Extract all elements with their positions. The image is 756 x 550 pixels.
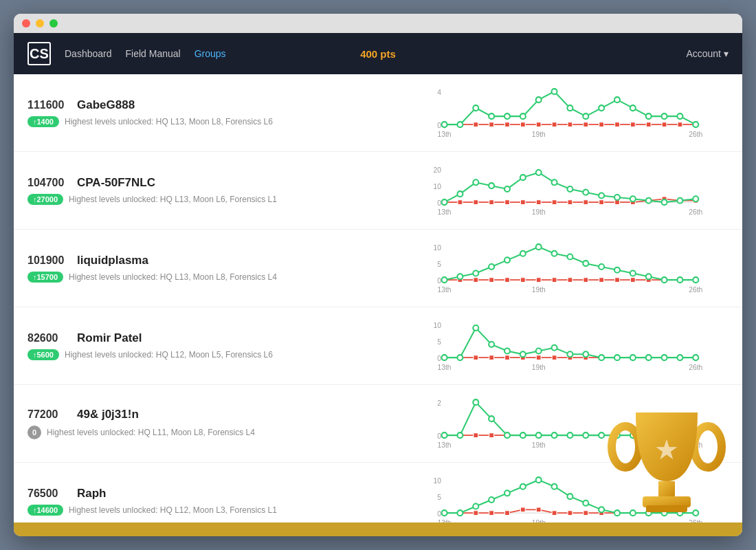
table-row: 77200 49& j0j31!n 0 Highest levels unloc… [14,385,742,463]
svg-point-78 [662,199,667,205]
nav-links: Dashboard Field Manual Groups [65,48,226,59]
svg-point-108 [489,264,494,270]
nav-field-manual[interactable]: Field Manual [126,48,181,59]
score: 76500 [27,487,69,500]
svg-point-106 [457,274,463,279]
svg-rect-135 [536,355,541,360]
svg-point-74 [599,193,604,199]
svg-point-242 [677,510,682,516]
svg-point-119 [662,277,667,283]
row-info: 104700 CPA-50F7NLC ↑27000 Highest levels… [27,176,385,205]
svg-point-23 [442,122,447,127]
levels: Highest levels unlocked: HQ L13, Moon L6… [69,195,277,204]
svg-point-190 [504,432,510,438]
username: liquidplasma [77,254,148,267]
nav-dashboard[interactable]: Dashboard [65,48,112,59]
svg-rect-14 [568,122,572,127]
app-window: CS Dashboard Field Manual Groups 400 pts… [14,14,742,536]
svg-point-155 [583,351,588,357]
svg-point-197 [614,432,620,438]
svg-rect-21 [678,122,682,127]
svg-text:4: 4 [437,89,441,96]
svg-point-193 [552,432,557,438]
svg-point-69 [520,175,526,180]
username: Raph [77,487,107,500]
sparkline-chart: 0413th19th26th [396,85,729,140]
badge: ↑5600 [27,349,59,360]
svg-rect-17 [615,122,620,127]
svg-rect-213 [489,511,494,516]
svg-point-36 [646,113,652,119]
svg-rect-49 [474,200,478,205]
svg-point-232 [520,484,526,490]
svg-rect-55 [568,200,572,205]
svg-point-73 [583,190,588,195]
svg-point-80 [693,196,698,201]
close-dot[interactable] [22,19,30,28]
table-row: 76500 Raph ↑14600 Highest levels unlocke… [14,463,742,522]
svg-point-234 [552,484,557,490]
svg-rect-50 [489,200,494,205]
svg-point-115 [599,264,604,270]
svg-point-240 [646,510,652,516]
svg-rect-133 [505,355,510,360]
row-info: 101900 liquidplasma ↑15700 Highest level… [27,254,385,283]
svg-point-158 [630,355,636,360]
svg-point-153 [552,345,557,351]
svg-text:10: 10 [434,244,442,252]
svg-point-148 [473,325,478,331]
score: 111600 [27,99,69,111]
svg-point-79 [677,198,682,204]
svg-point-76 [630,196,636,201]
table-row: 101900 liquidplasma ↑15700 Highest level… [14,230,742,307]
svg-rect-214 [505,511,510,516]
badge-levels: ↑1400 Highest levels unlocked: HQ L13, M… [27,116,385,127]
svg-text:13th: 13th [438,208,452,216]
table-row: 111600 GabeG888 ↑1400 Highest levels unl… [14,74,742,152]
svg-text:26th: 26th [689,364,702,371]
score-name: 111600 GabeG888 [27,98,385,112]
chevron-down-icon: ▾ [724,48,729,59]
sparkline-chart: 0213th19th26th [396,396,729,451]
svg-point-35 [630,105,636,111]
svg-rect-53 [536,200,541,205]
svg-point-109 [504,257,510,263]
svg-text:10: 10 [434,183,442,190]
svg-rect-136 [552,355,557,360]
svg-text:2: 2 [437,399,441,407]
svg-text:13th: 13th [438,364,452,371]
svg-text:13th: 13th [438,519,452,522]
svg-point-241 [662,510,667,516]
svg-point-111 [536,244,542,250]
svg-text:5: 5 [437,261,441,268]
svg-rect-91 [489,278,494,283]
badge-levels: ↑14600 Highest levels unlocked: HQ L12, … [27,505,385,516]
score: 82600 [27,332,69,344]
svg-point-147 [457,355,463,360]
svg-point-113 [567,254,572,260]
svg-point-200 [662,432,667,438]
username: CPA-50F7NLC [77,176,155,190]
svg-text:26th: 26th [689,208,702,216]
svg-point-66 [473,179,478,185]
nav-groups[interactable]: Groups [194,48,226,59]
svg-rect-93 [520,278,525,283]
svg-text:26th: 26th [689,131,702,138]
svg-point-227 [442,510,447,516]
maximize-dot[interactable] [49,19,58,28]
minimize-dot[interactable] [36,19,44,28]
sparkline-chart: 010513th19th26th [396,241,729,296]
svg-rect-13 [552,122,557,127]
account-menu[interactable]: Account ▾ [686,48,729,59]
svg-rect-57 [599,200,604,205]
svg-point-228 [457,510,463,516]
svg-rect-18 [630,122,635,127]
svg-point-71 [552,179,557,185]
svg-point-199 [646,432,652,438]
score-name: 76500 Raph [27,487,385,500]
svg-text:0: 0 [437,510,441,518]
svg-rect-54 [552,200,557,205]
svg-point-238 [614,510,620,516]
svg-point-159 [646,355,652,360]
svg-text:26th: 26th [689,286,702,294]
